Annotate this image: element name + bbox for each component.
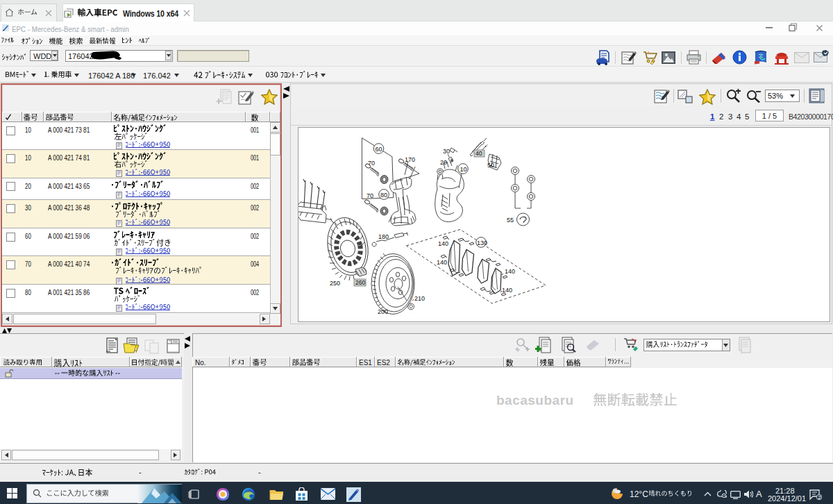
svg-text:80: 80 bbox=[380, 192, 387, 199]
svg-text:250: 250 bbox=[330, 280, 340, 287]
svg-text:260: 260 bbox=[355, 279, 365, 286]
svg-text:140: 140 bbox=[437, 259, 447, 266]
svg-text:70: 70 bbox=[367, 192, 373, 199]
svg-text:10: 10 bbox=[460, 166, 467, 173]
svg-text:20: 20 bbox=[440, 159, 447, 166]
svg-text:210: 210 bbox=[414, 295, 425, 302]
svg-text:170: 170 bbox=[405, 156, 415, 163]
svg-text:60: 60 bbox=[376, 146, 382, 153]
svg-text:200: 200 bbox=[378, 308, 388, 315]
svg-text:140: 140 bbox=[505, 268, 515, 275]
svg-text:30: 30 bbox=[443, 148, 450, 155]
svg-text:140: 140 bbox=[502, 287, 512, 294]
svg-text:50: 50 bbox=[487, 162, 494, 169]
svg-text:140: 140 bbox=[438, 240, 448, 247]
svg-text:55: 55 bbox=[507, 217, 514, 224]
svg-text:180: 180 bbox=[378, 233, 389, 240]
svg-text:2: 2 bbox=[818, 494, 821, 501]
svg-text:40: 40 bbox=[476, 150, 482, 157]
svg-text:70: 70 bbox=[368, 160, 375, 167]
svg-text:130: 130 bbox=[477, 240, 487, 246]
